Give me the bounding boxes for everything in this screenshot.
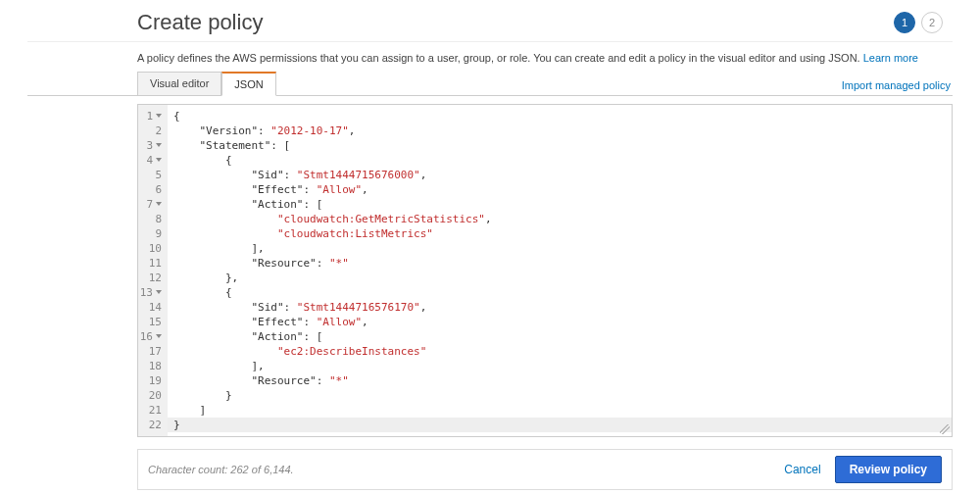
resize-handle-icon[interactable] <box>940 424 950 434</box>
description-body: A policy defines the AWS permissions tha… <box>137 52 863 64</box>
description-text: A policy defines the AWS permissions tha… <box>27 42 953 68</box>
editor-tabs: Visual editor JSON <box>137 72 276 95</box>
learn-more-link[interactable]: Learn more <box>863 52 918 64</box>
editor-gutter: 12345678910111213141516171819202122 <box>138 105 168 436</box>
wizard-stepper: 1 2 <box>894 12 953 33</box>
page-title: Create policy <box>27 10 263 35</box>
editor-code[interactable]: { "Version": "2012-10-17", "Statement": … <box>168 105 952 436</box>
import-managed-policy-link[interactable]: Import managed policy <box>842 79 953 95</box>
tab-json[interactable]: JSON <box>221 72 275 96</box>
tab-visual-editor[interactable]: Visual editor <box>137 72 221 95</box>
footer-bar: Character count: 262 of 6,144. Cancel Re… <box>137 449 953 490</box>
json-editor[interactable]: 12345678910111213141516171819202122 { "V… <box>137 104 953 437</box>
review-policy-button[interactable]: Review policy <box>835 456 942 483</box>
step-1[interactable]: 1 <box>894 12 915 33</box>
step-2[interactable]: 2 <box>921 12 943 33</box>
cancel-button[interactable]: Cancel <box>784 463 820 476</box>
character-count: Character count: 262 of 6,144. <box>148 464 294 475</box>
